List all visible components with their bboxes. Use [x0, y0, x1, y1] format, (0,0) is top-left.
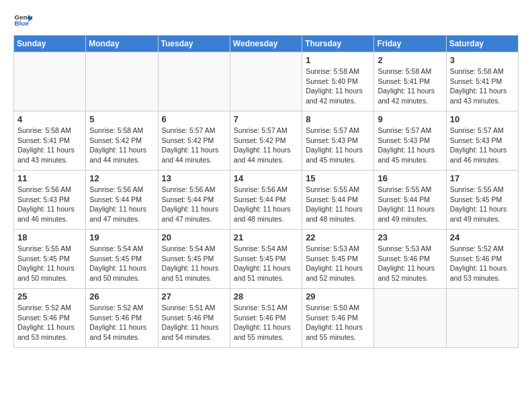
- calendar-cell: 23Sunrise: 5:53 AMSunset: 5:46 PMDayligh…: [374, 230, 446, 289]
- calendar-cell: 16Sunrise: 5:55 AMSunset: 5:44 PMDayligh…: [374, 171, 446, 230]
- day-header-tuesday: Tuesday: [158, 36, 230, 52]
- calendar-cell: 27Sunrise: 5:51 AMSunset: 5:46 PMDayligh…: [158, 289, 230, 348]
- day-number: 10: [450, 114, 515, 124]
- day-number: 2: [378, 55, 442, 65]
- day-info: Sunrise: 5:58 AMSunset: 5:42 PMDaylight:…: [89, 126, 154, 165]
- calendar-cell: 10Sunrise: 5:57 AMSunset: 5:43 PMDayligh…: [446, 111, 518, 171]
- day-number: 3: [450, 55, 515, 65]
- day-info: Sunrise: 5:58 AMSunset: 5:41 PMDaylight:…: [450, 66, 515, 106]
- day-info: Sunrise: 5:50 AMSunset: 5:46 PMDaylight:…: [306, 303, 370, 342]
- calendar-cell: [230, 52, 302, 111]
- week-row-5: 25Sunrise: 5:52 AMSunset: 5:46 PMDayligh…: [14, 289, 519, 348]
- day-info: Sunrise: 5:51 AMSunset: 5:46 PMDaylight:…: [234, 303, 298, 342]
- calendar-cell: 18Sunrise: 5:55 AMSunset: 5:45 PMDayligh…: [14, 230, 86, 289]
- calendar-cell: 7Sunrise: 5:57 AMSunset: 5:42 PMDaylight…: [230, 111, 302, 171]
- day-number: 26: [89, 291, 154, 302]
- day-number: 11: [17, 173, 82, 183]
- calendar-header-row: SundayMondayTuesdayWednesdayThursdayFrid…: [14, 36, 519, 52]
- day-number: 5: [89, 114, 154, 124]
- calendar-cell: 22Sunrise: 5:53 AMSunset: 5:45 PMDayligh…: [302, 230, 374, 289]
- calendar-cell: 15Sunrise: 5:55 AMSunset: 5:44 PMDayligh…: [302, 171, 374, 230]
- day-number: 17: [450, 173, 515, 183]
- day-info: Sunrise: 5:57 AMSunset: 5:42 PMDaylight:…: [234, 126, 298, 165]
- calendar-cell: 19Sunrise: 5:54 AMSunset: 5:45 PMDayligh…: [86, 230, 158, 289]
- day-info: Sunrise: 5:52 AMSunset: 5:46 PMDaylight:…: [89, 303, 154, 342]
- day-info: Sunrise: 5:56 AMSunset: 5:44 PMDaylight:…: [89, 185, 154, 224]
- day-number: 9: [378, 114, 442, 124]
- day-number: 4: [17, 114, 82, 124]
- day-info: Sunrise: 5:54 AMSunset: 5:45 PMDaylight:…: [234, 244, 298, 283]
- day-info: Sunrise: 5:57 AMSunset: 5:43 PMDaylight:…: [306, 126, 370, 165]
- day-info: Sunrise: 5:55 AMSunset: 5:44 PMDaylight:…: [306, 185, 370, 224]
- calendar-cell: 25Sunrise: 5:52 AMSunset: 5:46 PMDayligh…: [14, 289, 86, 348]
- calendar-cell: 20Sunrise: 5:54 AMSunset: 5:45 PMDayligh…: [158, 230, 230, 289]
- calendar-cell: 13Sunrise: 5:56 AMSunset: 5:44 PMDayligh…: [158, 171, 230, 230]
- day-info: Sunrise: 5:57 AMSunset: 5:43 PMDaylight:…: [450, 126, 515, 165]
- calendar-cell: 14Sunrise: 5:56 AMSunset: 5:44 PMDayligh…: [230, 171, 302, 230]
- day-number: 24: [450, 232, 515, 242]
- day-info: Sunrise: 5:58 AMSunset: 5:40 PMDaylight:…: [306, 66, 370, 106]
- calendar-cell: 17Sunrise: 5:55 AMSunset: 5:45 PMDayligh…: [446, 171, 518, 230]
- calendar-table: SundayMondayTuesdayWednesdayThursdayFrid…: [13, 35, 519, 348]
- calendar-cell: [158, 52, 230, 111]
- day-number: 18: [17, 232, 82, 242]
- calendar-cell: [14, 52, 86, 111]
- day-info: Sunrise: 5:52 AMSunset: 5:46 PMDaylight:…: [450, 244, 515, 283]
- day-number: 6: [162, 114, 226, 124]
- day-number: 8: [306, 114, 370, 124]
- day-header-friday: Friday: [374, 36, 446, 52]
- day-number: 25: [17, 291, 82, 302]
- day-number: 19: [89, 232, 154, 242]
- calendar-cell: 21Sunrise: 5:54 AMSunset: 5:45 PMDayligh…: [230, 230, 302, 289]
- calendar-cell: [86, 52, 158, 111]
- week-row-3: 11Sunrise: 5:56 AMSunset: 5:43 PMDayligh…: [14, 171, 519, 230]
- calendar-cell: 2Sunrise: 5:58 AMSunset: 5:41 PMDaylight…: [374, 52, 446, 111]
- day-number: 22: [306, 232, 370, 242]
- day-number: 20: [162, 232, 226, 242]
- day-number: 12: [89, 173, 154, 183]
- day-info: Sunrise: 5:51 AMSunset: 5:46 PMDaylight:…: [162, 303, 226, 342]
- day-info: Sunrise: 5:57 AMSunset: 5:42 PMDaylight:…: [162, 126, 226, 165]
- day-info: Sunrise: 5:57 AMSunset: 5:43 PMDaylight:…: [378, 126, 442, 165]
- logo: General Blue: [13, 11, 32, 30]
- day-info: Sunrise: 5:54 AMSunset: 5:45 PMDaylight:…: [89, 244, 154, 283]
- calendar-cell: 26Sunrise: 5:52 AMSunset: 5:46 PMDayligh…: [86, 289, 158, 348]
- day-number: 15: [306, 173, 370, 183]
- calendar-cell: 3Sunrise: 5:58 AMSunset: 5:41 PMDaylight…: [446, 52, 518, 111]
- calendar-cell: 28Sunrise: 5:51 AMSunset: 5:46 PMDayligh…: [230, 289, 302, 348]
- day-number: 13: [162, 173, 226, 183]
- calendar-cell: 12Sunrise: 5:56 AMSunset: 5:44 PMDayligh…: [86, 171, 158, 230]
- day-number: 7: [234, 114, 298, 124]
- day-info: Sunrise: 5:53 AMSunset: 5:46 PMDaylight:…: [378, 244, 442, 283]
- day-info: Sunrise: 5:56 AMSunset: 5:44 PMDaylight:…: [162, 185, 226, 224]
- day-header-saturday: Saturday: [446, 36, 518, 52]
- calendar-cell: 11Sunrise: 5:56 AMSunset: 5:43 PMDayligh…: [14, 171, 86, 230]
- day-header-monday: Monday: [86, 36, 158, 52]
- calendar-cell: 4Sunrise: 5:58 AMSunset: 5:41 PMDaylight…: [14, 111, 86, 171]
- day-info: Sunrise: 5:56 AMSunset: 5:43 PMDaylight:…: [17, 185, 82, 224]
- day-info: Sunrise: 5:58 AMSunset: 5:41 PMDaylight:…: [17, 126, 82, 165]
- calendar-cell: 6Sunrise: 5:57 AMSunset: 5:42 PMDaylight…: [158, 111, 230, 171]
- day-number: 1: [306, 55, 370, 65]
- day-header-thursday: Thursday: [302, 36, 374, 52]
- calendar-cell: 5Sunrise: 5:58 AMSunset: 5:42 PMDaylight…: [86, 111, 158, 171]
- day-number: 21: [234, 232, 298, 242]
- day-number: 27: [162, 291, 226, 302]
- calendar-cell: 9Sunrise: 5:57 AMSunset: 5:43 PMDaylight…: [374, 111, 446, 171]
- week-row-2: 4Sunrise: 5:58 AMSunset: 5:41 PMDaylight…: [14, 111, 519, 171]
- logo-icon: General Blue: [13, 11, 32, 30]
- week-row-1: 1Sunrise: 5:58 AMSunset: 5:40 PMDaylight…: [14, 52, 519, 111]
- day-header-sunday: Sunday: [14, 36, 86, 52]
- calendar-cell: 1Sunrise: 5:58 AMSunset: 5:40 PMDaylight…: [302, 52, 374, 111]
- day-info: Sunrise: 5:56 AMSunset: 5:44 PMDaylight:…: [234, 185, 298, 224]
- calendar-cell: 29Sunrise: 5:50 AMSunset: 5:46 PMDayligh…: [302, 289, 374, 348]
- day-number: 28: [234, 291, 298, 302]
- day-info: Sunrise: 5:55 AMSunset: 5:45 PMDaylight:…: [450, 185, 515, 224]
- day-info: Sunrise: 5:52 AMSunset: 5:46 PMDaylight:…: [17, 303, 82, 342]
- svg-text:Blue: Blue: [14, 19, 29, 27]
- calendar-cell: [446, 289, 518, 348]
- week-row-4: 18Sunrise: 5:55 AMSunset: 5:45 PMDayligh…: [14, 230, 519, 289]
- calendar-cell: [374, 289, 446, 348]
- day-header-wednesday: Wednesday: [230, 36, 302, 52]
- day-number: 23: [378, 232, 442, 242]
